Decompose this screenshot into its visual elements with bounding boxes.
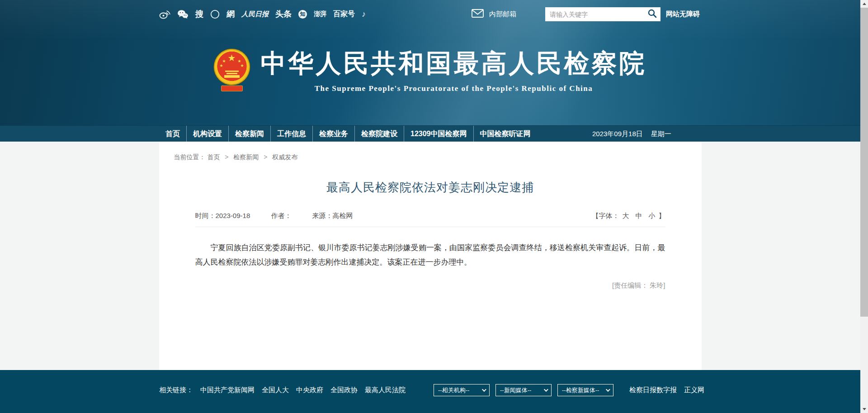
font-size-control: 【字体：大中小】 bbox=[592, 212, 665, 220]
nav-item-work-info[interactable]: 工作信息 bbox=[270, 126, 312, 142]
site-title: 中华人民共和国最高人民检察院 bbox=[261, 47, 647, 81]
emblem-tiananmen bbox=[224, 70, 240, 78]
emblem-star-icon: ★ bbox=[220, 64, 223, 68]
nav-item-institution-building[interactable]: 检察院建设 bbox=[354, 126, 404, 142]
masthead-logo-link[interactable]: ★ ★ ★ ★ ★ 中华人民共和国最高人民检察院 The Supreme Peo… bbox=[0, 28, 860, 125]
chevron-down-icon bbox=[482, 387, 486, 392]
emblem-star-icon: ★ bbox=[222, 59, 226, 63]
footer-link-daily-digital[interactable]: 检察日报数字报 bbox=[629, 386, 677, 394]
breadcrumb-separator: > bbox=[264, 153, 267, 161]
breadcrumb-authoritative-release[interactable]: 权威发布 bbox=[272, 153, 297, 161]
current-weekday: 星期一 bbox=[651, 130, 671, 138]
font-size-prefix: 【字体： bbox=[592, 212, 619, 219]
footer-link-cppcc[interactable]: 全国政协 bbox=[330, 386, 358, 394]
site-header: 搜 網 人民日报 头条 知 澎湃 百家号 ♪ bbox=[0, 0, 860, 142]
site-subtitle: The Supreme People's Procuratorate of th… bbox=[261, 84, 647, 93]
current-date: 2023年09月18日 bbox=[592, 130, 643, 138]
font-size-small[interactable]: 小 bbox=[649, 212, 656, 219]
breadcrumb-home[interactable]: 首页 bbox=[207, 153, 220, 161]
font-size-medium[interactable]: 中 bbox=[636, 212, 642, 219]
peoples-daily-icon[interactable]: 人民日报 bbox=[241, 10, 269, 19]
zhihu-badge: 知 bbox=[298, 10, 307, 19]
weibo-icon[interactable] bbox=[159, 9, 170, 19]
font-size-suffix: 】 bbox=[659, 212, 665, 219]
related-orgs-select-value: --相关机构-- bbox=[438, 386, 469, 394]
news-media-select[interactable]: --新闻媒体-- bbox=[495, 384, 552, 396]
nav-items: 首页 机构设置 检察新闻 工作信息 检察业务 检察院建设 12309中国检察网 … bbox=[159, 126, 537, 142]
breadcrumb: 当前位置： 首页 > 检察新闻 > 权威发布 bbox=[159, 142, 702, 161]
content-band: 当前位置： 首页 > 检察新闻 > 权威发布 最高人民检察院依法对姜志刚决定逮捕… bbox=[0, 142, 860, 370]
baijiahao-icon[interactable]: 百家号 bbox=[333, 9, 355, 19]
national-emblem-icon: ★ ★ ★ ★ ★ bbox=[214, 48, 250, 92]
search-icon bbox=[647, 9, 657, 20]
footer-link-central-gov[interactable]: 中央政府 bbox=[296, 386, 323, 394]
topbar: 搜 網 人民日报 头条 知 澎湃 百家号 ♪ bbox=[0, 0, 860, 28]
main-nav: 首页 机构设置 检察新闻 工作信息 检察业务 检察院建设 12309中国检察网 … bbox=[0, 125, 860, 142]
scroll-down-icon bbox=[863, 408, 866, 410]
wechat-icon[interactable] bbox=[177, 9, 189, 19]
searchbox bbox=[545, 7, 660, 21]
article-meta: 时间：2023-09-18 作者： 来源：高检网 bbox=[195, 212, 372, 220]
vertical-scrollbar[interactable] bbox=[860, 0, 868, 413]
accessibility-link[interactable]: 网站无障碍 bbox=[666, 0, 700, 28]
envelope-icon bbox=[472, 9, 484, 19]
meta-author: 作者： bbox=[271, 212, 291, 219]
mailbox-label: 内部邮箱 bbox=[489, 10, 516, 19]
scroll-up-icon bbox=[863, 3, 866, 5]
footer-link-supreme-court[interactable]: 最高人民法院 bbox=[365, 386, 406, 394]
news-media-select-value: --新闻媒体-- bbox=[500, 386, 531, 394]
emblem-ribbon bbox=[221, 85, 243, 91]
emblem-star-icon: ★ bbox=[228, 53, 236, 62]
breadcrumb-separator: > bbox=[225, 153, 228, 161]
related-links-label: 相关链接： bbox=[159, 386, 193, 394]
nav-item-org-setup[interactable]: 机构设置 bbox=[186, 126, 228, 142]
douyin-icon[interactable]: ♪ bbox=[362, 9, 366, 19]
zhihu-icon[interactable]: 知 bbox=[298, 10, 307, 19]
footer: 相关链接： 中国共产党新闻网 全国人大 中央政府 全国政协 最高人民法院 --相… bbox=[0, 370, 860, 413]
scrollbar-up-button[interactable] bbox=[860, 0, 868, 8]
cctv-icon[interactable] bbox=[210, 9, 220, 19]
page: 搜 網 人民日报 头条 知 澎湃 百家号 ♪ bbox=[0, 0, 860, 413]
toutiao-icon[interactable]: 头条 bbox=[275, 9, 292, 19]
nav-item-procuratorate-news[interactable]: 检察新闻 bbox=[228, 126, 270, 142]
footer-link-justice-net[interactable]: 正义网 bbox=[684, 386, 704, 394]
site-title-block: 中华人民共和国最高人民检察院 The Supreme People's Proc… bbox=[261, 47, 647, 93]
breadcrumb-label: 当前位置： bbox=[174, 153, 206, 161]
article-title: 最高人民检察院依法对姜志刚决定逮捕 bbox=[159, 180, 702, 195]
footer-link-npc[interactable]: 全国人大 bbox=[262, 386, 289, 394]
footer-row: 相关链接： 中国共产党新闻网 全国人大 中央政府 全国政协 最高人民法院 --相… bbox=[159, 384, 704, 396]
scrollbar-thumb[interactable] bbox=[860, 8, 868, 317]
article-paragraph: 宁夏回族自治区党委原副书记、银川市委原书记姜志刚涉嫌受贿一案，由国家监察委员会调… bbox=[195, 241, 665, 270]
nav-item-12309[interactable]: 12309中国检察网 bbox=[404, 126, 473, 142]
chevron-down-icon bbox=[606, 387, 610, 392]
editor-credit: [责任编辑： 朱玲] bbox=[195, 281, 665, 290]
footer-link-cpc-news[interactable]: 中国共产党新闻网 bbox=[200, 386, 255, 394]
article-panel: 当前位置： 首页 > 检察新闻 > 权威发布 最高人民检察院依法对姜志刚决定逮捕… bbox=[159, 142, 702, 370]
related-orgs-select[interactable]: --相关机构-- bbox=[434, 384, 490, 396]
meta-source: 来源：高检网 bbox=[312, 212, 353, 219]
sogou-icon[interactable]: 搜 bbox=[195, 9, 203, 19]
internal-mailbox-link[interactable]: 内部邮箱 bbox=[472, 0, 516, 28]
meta-time: 时间：2023-09-18 bbox=[195, 212, 250, 219]
nav-date: 2023年09月18日 星期一 bbox=[592, 126, 671, 142]
article-meta-row: 时间：2023-09-18 作者： 来源：高检网 【字体：大中小】 bbox=[195, 212, 665, 227]
procuratorial-media-select[interactable]: --检察新媒体-- bbox=[557, 384, 613, 396]
procuratorial-media-select-value: --检察新媒体-- bbox=[562, 386, 599, 394]
nav-item-procuratorial-business[interactable]: 检察业务 bbox=[312, 126, 354, 142]
social-icons-bar: 搜 網 人民日报 头条 知 澎湃 百家号 ♪ bbox=[159, 0, 366, 28]
pengpai-icon[interactable]: 澎湃 bbox=[314, 10, 326, 18]
font-size-large[interactable]: 大 bbox=[623, 212, 629, 219]
search-input[interactable] bbox=[545, 11, 644, 18]
chevron-down-icon bbox=[544, 387, 548, 392]
scrollbar-down-button[interactable] bbox=[860, 405, 868, 413]
nav-item-home[interactable]: 首页 bbox=[159, 126, 186, 142]
china-net-icon[interactable]: 網 bbox=[226, 9, 235, 19]
emblem-star-icon: ★ bbox=[237, 59, 241, 63]
nav-item-hearing-net[interactable]: 中国检察听证网 bbox=[473, 126, 537, 142]
emblem-star-icon: ★ bbox=[240, 64, 244, 68]
breadcrumb-news[interactable]: 检察新闻 bbox=[233, 153, 259, 161]
search-button[interactable] bbox=[644, 7, 660, 21]
